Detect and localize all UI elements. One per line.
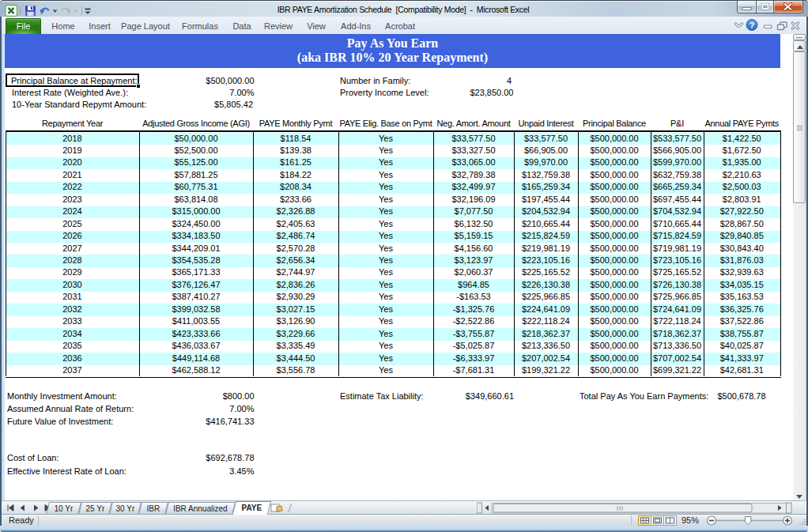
svg-text:?: ? [749,21,755,30]
svg-text:95%: 95% [682,515,699,525]
